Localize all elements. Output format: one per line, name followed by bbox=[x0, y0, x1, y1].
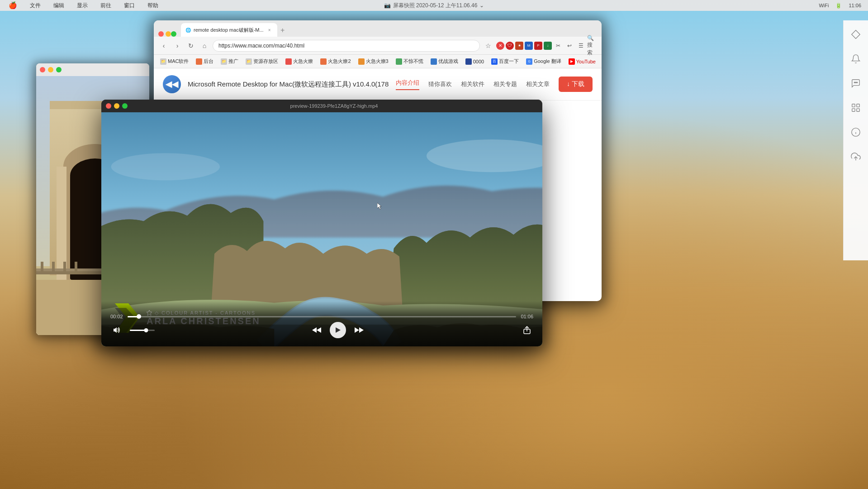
bookmark-fire3[interactable]: 火急火燎3 bbox=[356, 57, 391, 66]
menu-view[interactable]: 显示 bbox=[75, 1, 90, 10]
left-window-titlebar bbox=[36, 63, 149, 76]
tab-close-button[interactable]: × bbox=[266, 27, 273, 33]
menu-window[interactable]: 窗口 bbox=[122, 1, 137, 10]
svg-point-37 bbox=[111, 153, 220, 180]
tab-intro[interactable]: 内容介绍 bbox=[396, 79, 419, 90]
menu-edit[interactable]: 编辑 bbox=[52, 1, 66, 10]
extension-icon-6[interactable]: ↓ bbox=[544, 42, 552, 50]
tab-label: remote desktop mac破解版-M... bbox=[194, 27, 264, 34]
svg-rect-27 bbox=[857, 104, 859, 107]
close-button[interactable] bbox=[40, 67, 45, 72]
forward-button[interactable]: › bbox=[172, 40, 183, 51]
bookmark-promo[interactable]: 📁 推广 bbox=[218, 57, 241, 66]
mute-button[interactable] bbox=[110, 324, 123, 336]
extension-icon-5[interactable]: P bbox=[534, 42, 542, 50]
video-minimize-button[interactable] bbox=[114, 103, 119, 109]
video-close-button[interactable] bbox=[106, 103, 111, 109]
tab-recommend[interactable]: 猜你喜欢 bbox=[428, 80, 452, 88]
folder-icon-4: 📁 bbox=[246, 58, 252, 65]
info-sidebar-icon[interactable] bbox=[849, 125, 863, 139]
folder-icon-3: 📁 bbox=[221, 58, 227, 65]
site-logo: ◀◀ bbox=[163, 75, 181, 93]
svg-rect-17 bbox=[75, 262, 77, 273]
diamond-sidebar-icon[interactable] bbox=[849, 27, 863, 42]
video-controls: 00:02 01:06 bbox=[101, 301, 542, 346]
menu-help[interactable]: 帮助 bbox=[146, 1, 160, 10]
share-icon[interactable]: ✂ bbox=[553, 41, 563, 51]
folder-icon-10 bbox=[465, 58, 472, 65]
progress-thumb[interactable] bbox=[137, 314, 141, 319]
extension-icon-1[interactable]: ✕ bbox=[496, 42, 504, 50]
rewind-button[interactable] bbox=[310, 324, 323, 336]
browser-fullscreen[interactable] bbox=[171, 31, 176, 37]
svg-rect-16 bbox=[63, 262, 66, 273]
folder-icon-6 bbox=[320, 58, 327, 65]
bookmarks-bar: 📁 MAC软件 后台 📁 推广 📁 资源存放区 火急火燎 火急火燎2 火急火燎3 bbox=[154, 55, 602, 68]
tab-related-article[interactable]: 相关文章 bbox=[526, 80, 550, 88]
menubar-right: WiFi 🔋 11:06 bbox=[819, 3, 861, 9]
page-title-container: Microsoft Remote Desktop for Mac(微软远程连接工… bbox=[188, 80, 389, 89]
folder-icon-8 bbox=[396, 58, 402, 65]
bookmark-baidu[interactable]: 百 百度一下 bbox=[489, 57, 522, 66]
tab-related-topic[interactable]: 相关专题 bbox=[493, 80, 517, 88]
bookmark-resources[interactable]: 📁 资源存放区 bbox=[243, 57, 281, 66]
bookmark-star[interactable]: ☆ bbox=[483, 40, 493, 51]
maximize-button[interactable] bbox=[56, 67, 62, 72]
folder-icon: 📁 bbox=[160, 58, 166, 65]
bookmark-backend[interactable]: 后台 bbox=[193, 57, 216, 66]
bookmark-google-translate[interactable]: G Google 翻译 bbox=[523, 57, 564, 66]
new-tab-button[interactable]: + bbox=[277, 25, 288, 36]
browser-minimize[interactable] bbox=[166, 31, 171, 37]
back-button[interactable]: ‹ bbox=[158, 40, 169, 51]
extension-icon-3[interactable]: ★ bbox=[515, 42, 523, 50]
play-button[interactable] bbox=[330, 322, 346, 338]
progress-bar[interactable] bbox=[128, 316, 517, 317]
minimize-button[interactable] bbox=[48, 67, 53, 72]
extension-icon-4[interactable]: M bbox=[525, 42, 533, 50]
refresh-button[interactable]: ↻ bbox=[185, 40, 196, 51]
svg-marker-44 bbox=[355, 327, 359, 333]
menu-go[interactable]: 前往 bbox=[99, 1, 113, 10]
bookmark-fire1[interactable]: 火急火燎 bbox=[283, 57, 316, 66]
grid-sidebar-icon[interactable] bbox=[849, 101, 863, 115]
bookmark-youtube[interactable]: ▶ YouTube bbox=[566, 57, 598, 66]
home-button[interactable]: ⌂ bbox=[199, 40, 210, 51]
bookmark-others[interactable]: 其它收藏 bbox=[600, 57, 602, 66]
volume-bar[interactable] bbox=[130, 330, 155, 331]
bookmark-calm[interactable]: 不惊不慌 bbox=[393, 57, 426, 66]
svg-marker-45 bbox=[359, 327, 364, 333]
share-button[interactable] bbox=[521, 324, 533, 336]
bookmark-mac-software[interactable]: 📁 MAC软件 bbox=[157, 57, 191, 66]
total-time: 01:06 bbox=[521, 314, 533, 319]
svg-rect-15 bbox=[52, 262, 55, 273]
video-player-window: preview-199239-Pfe1ZA8gYZ-high.mp4 bbox=[101, 100, 542, 346]
menu-file[interactable]: 文件 bbox=[28, 1, 43, 10]
volume-thumb[interactable] bbox=[144, 328, 148, 332]
google-icon: G bbox=[526, 58, 532, 65]
bookmark-0000[interactable]: 0000 bbox=[463, 57, 487, 66]
menu-icon[interactable]: ☰ bbox=[576, 41, 586, 51]
fastforward-button[interactable] bbox=[353, 324, 365, 336]
address-bar[interactable]: https://www.macw.com/mac/40.html bbox=[213, 40, 480, 52]
upload-sidebar-icon[interactable] bbox=[849, 149, 863, 164]
bookmark-games[interactable]: 优战游戏 bbox=[428, 57, 461, 66]
browser-toolbar: ‹ › ↻ ⌂ https://www.macw.com/mac/40.html… bbox=[154, 37, 602, 55]
youtube-icon: ▶ bbox=[569, 58, 575, 65]
chat-sidebar-icon[interactable] bbox=[849, 76, 863, 91]
extension-icon-2[interactable]: 🛡 bbox=[506, 42, 514, 50]
browser-close[interactable] bbox=[158, 31, 164, 37]
svg-marker-42 bbox=[317, 327, 321, 333]
search-icon[interactable]: 🔍 搜索 bbox=[587, 41, 597, 51]
download-button[interactable]: ↓ 下载 bbox=[559, 77, 593, 92]
page-header: ◀◀ Microsoft Remote Desktop for Mac(微软远程… bbox=[154, 68, 602, 101]
undo-icon[interactable]: ↩ bbox=[564, 41, 574, 51]
tab-related-software[interactable]: 相关软件 bbox=[461, 80, 484, 88]
active-tab[interactable]: 🌐 remote desktop mac破解版-M... × bbox=[181, 23, 277, 37]
video-fullscreen-button[interactable] bbox=[122, 103, 128, 109]
bell-sidebar-icon[interactable] bbox=[849, 52, 863, 66]
apple-menu[interactable]: 🍎 bbox=[7, 0, 19, 10]
current-time: 00:02 bbox=[110, 314, 123, 319]
svg-rect-14 bbox=[41, 262, 43, 273]
folder-icon-5 bbox=[285, 58, 292, 65]
bookmark-fire2[interactable]: 火急火燎2 bbox=[318, 57, 353, 66]
